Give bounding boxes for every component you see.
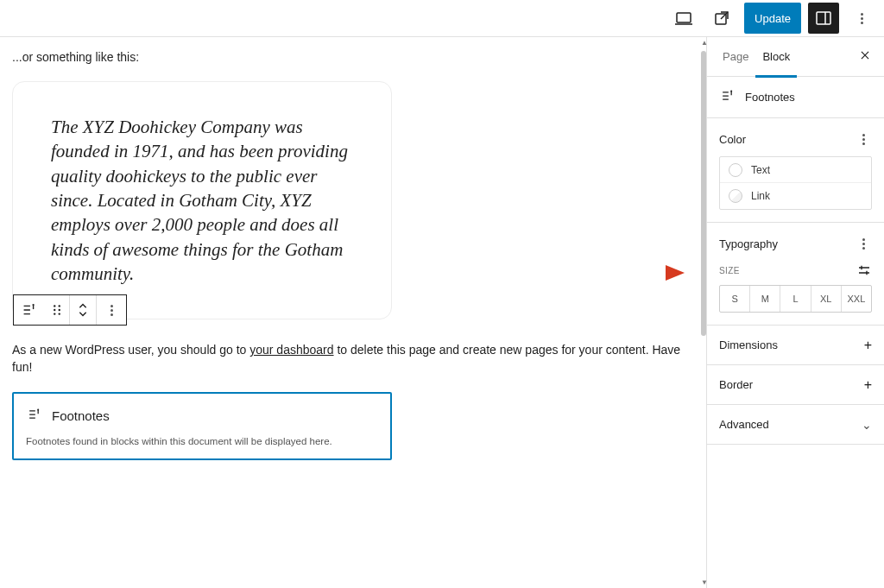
size-l[interactable]: L xyxy=(780,286,811,312)
panel-color: Color Text Link xyxy=(707,118,884,223)
svg-point-7 xyxy=(54,309,55,311)
block-toolbar xyxy=(13,294,127,326)
size-xxl[interactable]: XXL xyxy=(842,286,871,312)
panel-border[interactable]: Border + xyxy=(707,365,884,405)
body-text-before: As a new WordPress user, you should go t… xyxy=(12,343,249,357)
panel-typography: Typography SIZE S M L XL XXL xyxy=(707,223,884,326)
size-xl[interactable]: XL xyxy=(811,286,842,312)
tab-page[interactable]: Page xyxy=(716,37,755,77)
paragraph-intro[interactable]: ...or something like this: xyxy=(12,50,687,64)
svg-point-3 xyxy=(38,409,39,410)
svg-point-9 xyxy=(54,313,55,314)
dashboard-link[interactable]: your dashboard xyxy=(249,343,333,357)
size-m[interactable]: M xyxy=(750,286,780,312)
panel-title-advanced: Advanced xyxy=(719,418,769,431)
footnotes-title: Footnotes xyxy=(52,408,110,423)
block-name-label: Footnotes xyxy=(745,91,795,104)
panel-title-typography: Typography xyxy=(719,237,778,250)
swatch-link xyxy=(729,189,742,203)
footnotes-block[interactable]: Footnotes Footnotes found in blocks with… xyxy=(12,392,392,460)
editor-topbar: Update xyxy=(0,0,884,37)
plus-icon: + xyxy=(864,377,872,393)
kebab-icon xyxy=(851,13,872,24)
size-s[interactable]: S xyxy=(720,286,750,312)
footnotes-icon xyxy=(26,406,43,426)
kebab-icon xyxy=(101,305,122,316)
block-type-button[interactable] xyxy=(14,295,45,325)
svg-rect-2 xyxy=(817,12,830,24)
chevron-down-icon: ⌄ xyxy=(862,418,872,432)
block-identity-row[interactable]: Footnotes xyxy=(707,77,884,118)
svg-point-8 xyxy=(59,309,60,311)
color-text-label: Text xyxy=(751,164,770,176)
color-link-row[interactable]: Link xyxy=(720,183,871,209)
footnotes-icon xyxy=(719,87,736,107)
view-icon[interactable] xyxy=(668,3,699,34)
svg-point-6 xyxy=(59,305,60,307)
svg-point-5 xyxy=(54,305,55,307)
panel-title-dimensions: Dimensions xyxy=(719,338,778,351)
annotation-arrow-icon xyxy=(626,262,686,283)
quote-text[interactable]: The XYZ Doohickey Company was founded in… xyxy=(51,115,353,286)
font-size-segmented: S M L XL XXL xyxy=(719,285,872,313)
swatch-text xyxy=(729,163,742,177)
svg-rect-0 xyxy=(677,13,691,22)
kebab-icon xyxy=(855,238,872,250)
tab-block[interactable]: Block xyxy=(755,37,797,77)
panel-dimensions[interactable]: Dimensions + xyxy=(707,326,884,365)
block-options-button[interactable] xyxy=(97,295,126,325)
color-options-button[interactable] xyxy=(855,130,872,148)
settings-sidebar: ▲ ▼ Page Block Footnotes Color Text xyxy=(706,37,884,588)
paragraph-body[interactable]: As a new WordPress user, you should go t… xyxy=(12,342,687,376)
kebab-icon xyxy=(855,134,872,145)
size-label: SIZE xyxy=(719,266,740,275)
close-sidebar-button[interactable] xyxy=(855,47,875,67)
color-text-row[interactable]: Text xyxy=(720,157,871,183)
panel-title-border: Border xyxy=(719,378,753,391)
typography-options-button[interactable] xyxy=(855,235,872,252)
quote-block[interactable]: The XYZ Doohickey Company was founded in… xyxy=(12,81,392,319)
svg-point-10 xyxy=(59,313,60,314)
sidebar-tabs: Page Block xyxy=(707,37,884,77)
external-link-icon[interactable] xyxy=(706,3,737,34)
size-custom-button[interactable] xyxy=(856,262,872,278)
panel-title-color: Color xyxy=(719,133,746,146)
sidebar-scrollbar[interactable]: ▲ ▼ xyxy=(700,37,707,588)
svg-point-11 xyxy=(731,91,732,92)
scrollbar-thumb[interactable] xyxy=(701,51,706,336)
plus-icon: + xyxy=(864,338,872,353)
options-menu-button[interactable] xyxy=(846,3,877,34)
color-link-label: Link xyxy=(751,190,770,202)
drag-handle-icon[interactable] xyxy=(45,295,69,325)
panel-advanced[interactable]: Advanced ⌄ xyxy=(707,405,884,445)
update-button[interactable]: Update xyxy=(744,3,801,34)
svg-point-4 xyxy=(33,305,34,306)
footnotes-placeholder-text: Footnotes found in blocks within this do… xyxy=(26,436,378,446)
move-up-down-button[interactable] xyxy=(70,295,96,325)
settings-sidebar-toggle[interactable] xyxy=(808,3,839,34)
